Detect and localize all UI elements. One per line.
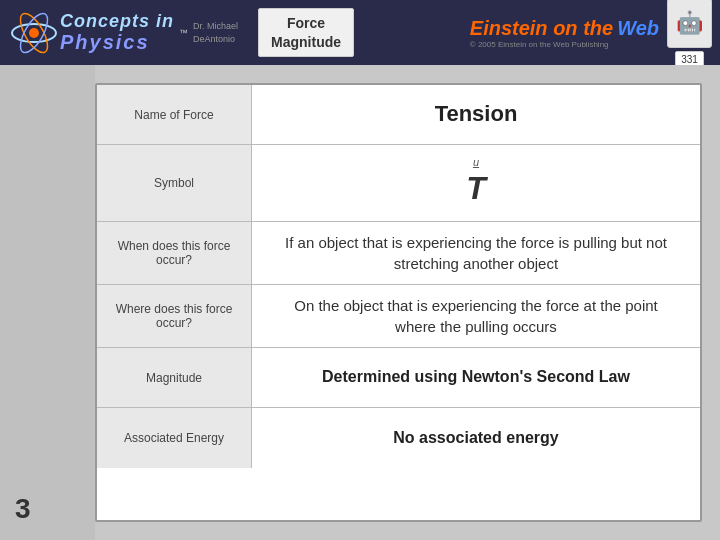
row-content-magnitude: Determined using Newton's Second Law: [252, 348, 700, 407]
einstein-box: Einstein on the Web © 2005 Einstein on t…: [374, 0, 712, 68]
table-row: Magnitude Determined using Newton's Seco…: [97, 348, 700, 408]
copyright-text: © 2005 Einstein on the Web Publishing: [470, 40, 609, 49]
row-label-energy: Associated Energy: [97, 408, 252, 468]
table-row: When does this force occur? If an object…: [97, 222, 700, 285]
cip-text-block: Concepts in Physics: [60, 12, 174, 54]
dr-name: Dr. Michael: [193, 20, 238, 33]
row-content-symbol: u T: [252, 145, 700, 221]
row-content-where: On the object that is experiencing the f…: [252, 285, 700, 347]
left-sidebar: 3: [0, 65, 95, 540]
cip-line3: Physics: [60, 31, 174, 53]
cip-logo: Concepts in Physics ™ Dr. Michael DeAnto…: [8, 7, 238, 59]
row-label-when: When does this force occur?: [97, 222, 252, 284]
cip-line1: Concepts in: [60, 12, 174, 32]
einstein-text: Einstein on the Web: [470, 17, 659, 40]
info-table: Name of Force Tension Symbol u T When do…: [95, 83, 702, 522]
force-magnitude-title: Force Magnitude: [271, 14, 341, 50]
table-row: Symbol u T: [97, 145, 700, 222]
header: Concepts in Physics ™ Dr. Michael DeAnto…: [0, 0, 720, 65]
row-label-symbol: Symbol: [97, 145, 252, 221]
row-label-where: Where does this force occur?: [97, 285, 252, 347]
row-label-name: Name of Force: [97, 85, 252, 144]
symbol-display: u T: [466, 155, 486, 211]
dr-info: Dr. Michael DeAntonio: [193, 20, 238, 45]
table-row: Where does this force occur? On the obje…: [97, 285, 700, 348]
force-magnitude-box: Force Magnitude: [258, 8, 354, 56]
row-label-magnitude: Magnitude: [97, 348, 252, 407]
robot-icon: 🤖: [667, 0, 712, 48]
dr-surname: DeAntonio: [193, 33, 238, 46]
table-row: Name of Force Tension: [97, 85, 700, 145]
main-content: 3 Name of Force Tension Symbol u T When …: [0, 65, 720, 540]
atom-icon: [8, 7, 60, 59]
tm-badge: ™: [179, 28, 188, 38]
row-content-when: If an object that is experiencing the fo…: [252, 222, 700, 284]
web-label: Web: [617, 17, 659, 40]
table-row: Associated Energy No associated energy: [97, 408, 700, 468]
symbol-T: T: [466, 166, 486, 211]
svg-point-0: [29, 28, 39, 38]
row-content-name: Tension: [252, 85, 700, 144]
page-number: 3: [15, 493, 31, 525]
einstein-label: Einstein on the: [470, 17, 613, 40]
row-content-energy: No associated energy: [252, 408, 700, 468]
